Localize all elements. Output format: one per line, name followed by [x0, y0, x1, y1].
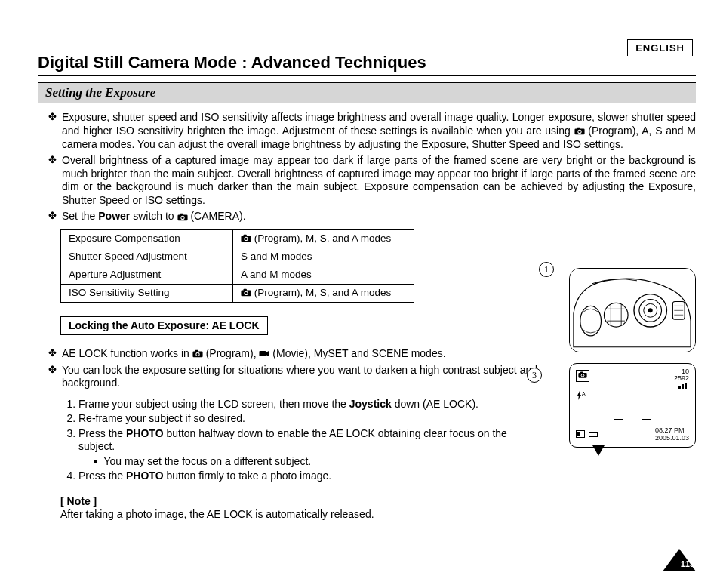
cell: Shutter Speed Adjustment	[61, 248, 233, 266]
text: Press the	[78, 427, 126, 439]
step-2: Re-frame your subject if so desired.	[78, 412, 537, 426]
note-text: After taking a photo image, the AE LOCK …	[60, 508, 537, 522]
step-1: Frame your subject using the LCD screen,…	[78, 398, 537, 411]
intro-item-3: Set the Power switch to (CAMERA).	[38, 210, 696, 223]
table-row: Exposure Compensation (Program), M, S, a…	[61, 230, 414, 248]
focus-bracket	[614, 411, 623, 420]
cell: (Program), M, S, and A modes	[233, 284, 414, 302]
focus-bracket	[642, 393, 651, 402]
camera-icon	[574, 125, 585, 138]
cell: A and M modes	[233, 266, 414, 284]
text: (Program), M, S, and A modes	[254, 287, 392, 298]
sub-item-1: AE LOCK function works in (Program), (Mo…	[38, 347, 537, 361]
camera-sketch	[570, 269, 695, 352]
step-4: Press the PHOTO button firmly to take a …	[78, 469, 537, 483]
figure-badge-1: 1	[539, 262, 554, 277]
figure-badge-3: 3	[527, 368, 542, 383]
page-number: 113	[681, 559, 694, 568]
intro-item-1: Exposure, shutter speed and ISO sensitiv…	[38, 111, 696, 151]
lcd-quality-icon	[678, 383, 689, 391]
lcd-storage-icon	[576, 430, 598, 440]
bold-joystick: Joystick	[349, 398, 392, 410]
language-tag: ENGLISH	[627, 39, 693, 56]
camera-icon	[241, 234, 251, 242]
svg-rect-16	[678, 386, 681, 389]
cell: Aperture Adjustment	[61, 266, 233, 284]
svg-rect-17	[682, 384, 684, 389]
cell: ISO Sensitivity Setting	[61, 284, 233, 302]
cell: (Program), M, S, and A modes	[233, 230, 414, 248]
lcd-battery-icon	[589, 432, 598, 437]
text: down (AE LOCK).	[392, 398, 478, 410]
text: button firmly to take a photo image.	[164, 469, 332, 482]
camera-icon	[192, 349, 203, 358]
section-heading: Setting the Exposure	[38, 82, 696, 103]
movie-icon	[259, 349, 269, 358]
text: Press the	[78, 469, 126, 482]
text: Set the	[62, 210, 98, 222]
table-row: ISO Sensitivity Setting (Program), M, S,…	[61, 284, 414, 302]
lcd-resolution: 2592	[674, 375, 689, 383]
text: (Movie), MySET and SCENE modes.	[272, 347, 445, 359]
intro-list: Exposure, shutter speed and ISO sensitiv…	[38, 111, 696, 223]
text: AE LOCK function works in	[62, 347, 192, 359]
figure-1	[569, 268, 696, 352]
cell: Exposure Compensation	[61, 230, 233, 248]
steps-list: Frame your subject using the LCD screen,…	[38, 398, 537, 483]
lcd-pointer-down	[592, 445, 605, 456]
sub-step: You may set the focus on a different sub…	[94, 455, 530, 469]
text: (Program), M, S, and A modes	[254, 232, 392, 244]
bold-photo: PHOTO	[126, 427, 164, 439]
sub-step-list: You may set the focus on a different sub…	[78, 455, 530, 469]
sub-item-2: You can lock the exposure setting for si…	[38, 364, 537, 390]
text: switch to	[130, 210, 177, 222]
title-rule	[38, 75, 696, 76]
figure-3-lcd: 10 2592 A	[569, 363, 696, 448]
camera-icon	[177, 211, 188, 224]
lcd-camera-icon	[576, 370, 589, 382]
camera-icon	[241, 288, 251, 297]
text: (CAMERA).	[190, 210, 245, 222]
step-3: Press the PHOTO button halfway down to e…	[78, 427, 537, 469]
page-title: Digital Still Camera Mode : Advanced Tec…	[38, 53, 696, 72]
text: Frame your subject using the LCD screen,…	[78, 398, 349, 410]
bold-power: Power	[98, 210, 130, 222]
focus-bracket	[614, 393, 623, 402]
modes-table: Exposure Compensation (Program), M, S, a…	[60, 229, 414, 303]
cell: S and M modes	[233, 248, 414, 266]
table-row: Shutter Speed Adjustment S and M modes	[61, 248, 414, 266]
text: (Program),	[206, 347, 260, 359]
table-row: Aperture Adjustment A and M modes	[61, 266, 414, 284]
lcd-flash-icon: A	[576, 391, 586, 402]
svg-rect-20	[577, 432, 580, 436]
bold-photo: PHOTO	[126, 469, 164, 482]
subsection-heading: Locking the Auto Exposure: AE LOCK	[60, 316, 268, 336]
sub-list: AE LOCK function works in (Program), (Mo…	[38, 347, 537, 390]
lcd-date: 2005.01.03	[655, 435, 689, 442]
svg-rect-18	[685, 383, 687, 389]
focus-bracket	[642, 411, 651, 420]
note-label: [ Note ]	[60, 495, 537, 509]
intro-item-2: Overall brightness of a captured image m…	[38, 154, 696, 207]
svg-point-9	[648, 308, 653, 312]
